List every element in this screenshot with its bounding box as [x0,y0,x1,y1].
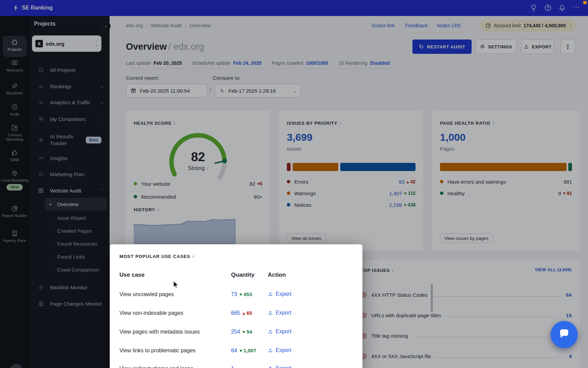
issues-unit: Issues [287,146,301,152]
submenu-item-crawl-comparison[interactable]: · Crawl Comparison [29,266,110,273]
guest-link[interactable]: Guest link [372,22,395,28]
restart-icon: ↻ [419,43,424,50]
top-issue-row[interactable]: URLs with duplicate page titles 15 [361,311,572,319]
current-report-value: Feb-20 2025 11:00:54 [140,88,190,94]
sidebar-item-marketing-plan[interactable]: Marketing Plan [29,170,110,179]
rail-item-research[interactable]: Research [0,59,29,73]
gear-icon: ⚙ [480,44,485,50]
top-issue-row[interactable]: Title tag missing [361,332,572,339]
calendar-icon [130,88,136,94]
submenu-item-found-links[interactable]: · Found Links [29,253,110,260]
health-score-card: HEALTH SCOREi 82 Strongi Your website 82… [126,110,270,251]
compare-report-value: Feb-17 2025 1:29:16 [228,88,276,94]
sidebar-item-page-changes-monitor[interactable]: Page Changes Monitor [29,299,110,308]
view-all-issues-button[interactable]: View all issues [287,233,326,243]
column-quantity: Quantity [231,272,255,278]
view-issues-by-pages-button[interactable]: View issues by pages [440,233,493,243]
export-link[interactable]: Export [268,310,291,316]
export-button[interactable]: EXPORT [521,40,554,54]
project-sidebar: Projects X edx.org ⌃⌄ All Projects Ranki… [29,16,110,368]
rail-item-local-marketing[interactable]: Local Marketing New [0,169,29,190]
legend-row-your-website: Your website 82▾6 [134,180,262,187]
app-rail: Projects Research Backlinks Audit Conten… [0,16,29,368]
legend-row-healthy: Healthy 9▾ 91 [440,189,572,197]
chevron-down-icon[interactable]: ⌄ [100,84,103,89]
sidebar-item-rankings[interactable]: Rankings ⌄ [29,82,110,91]
export-link[interactable]: Export [268,347,291,353]
breadcrumb-section[interactable]: Website Audit [151,22,182,28]
export-link[interactable]: Export [268,328,291,335]
sidebar-item-backlink-monitor[interactable]: Backlink Monitor [29,283,110,292]
submenu-item-overview[interactable]: • Overview [29,200,110,208]
upload-icon [268,329,273,334]
submenu-item-crawled-pages[interactable]: · Crawled Pages [29,227,110,234]
sidebar-item-all-projects[interactable]: All Projects [29,65,110,74]
restart-audit-button[interactable]: ↻ RESTART AUDIT [412,40,472,54]
help-icon[interactable] [544,4,552,12]
sidebar-item-website-audit[interactable]: Website Audit ⌃ [29,186,110,195]
new-badge: New [6,184,23,190]
scrollbar-thumb[interactable] [431,284,433,312]
account-limit-chip[interactable]: Account limit 174,442 / 4,500,000 i [480,20,575,31]
page-title: Overview / edx.org [126,42,204,52]
breadcrumb-project[interactable]: edx.org [126,22,143,28]
meta-pages-crawled[interactable]: Pages crawled1000/1000 [272,60,328,66]
rail-item-agency-pack[interactable]: Agency Pack [0,230,29,243]
export-link[interactable]: Export [268,291,291,297]
view-all-link[interactable]: VIEW ALL (3,699) [535,267,572,272]
sidebar-item-ai-results-tracker[interactable]: AI Results Tracker Beta ⌄ [29,132,110,148]
feedback-link[interactable]: Feedback [405,22,428,28]
info-icon: i [340,121,341,126]
breadcrumb-page: Overview [190,22,211,28]
recording-indicator [583,1,587,4]
smm-thumbs-up-icon [11,149,18,156]
se-ranking-logo-icon[interactable] [12,4,20,13]
rail-item-projects[interactable]: Projects [0,39,29,52]
upload-icon [268,348,273,353]
rail-item-backlinks[interactable]: Backlinks [0,82,29,95]
kebab-menu-button[interactable]: ⋮ [561,40,575,54]
sidebar-item-my-competitors[interactable]: My Competitors ⌄ [29,114,110,123]
top-issue-row[interactable]: 4XX HTTP Status Codes 64 [361,291,572,298]
mouse-cursor [172,281,180,290]
current-report-label: Current report: [126,75,159,81]
current-report-picker[interactable]: Feb-20 2025 11:00:54 [126,84,207,97]
report-separator: / [210,87,211,93]
sidebar-item-analytics-traffic[interactable]: Analytics & Traffic ⌄ [29,98,110,107]
top-issue-row[interactable]: 4XX or 5XX JavaScript file 4 [361,352,572,360]
ratio-total: 1,000 [440,132,466,143]
theme-icon[interactable] [529,4,538,12]
project-selector[interactable]: X edx.org ⌃⌄ [32,35,101,52]
header-divider [126,68,580,69]
settings-button[interactable]: ⚙ SETTINGS [476,40,517,54]
rail-item-audit[interactable]: Audit [0,103,29,117]
chat-launcher-button[interactable] [551,321,578,348]
info-icon: i [158,207,159,212]
sidebar-item-insights[interactable]: Insights [29,154,110,163]
notifications-bell-icon[interactable] [558,4,566,12]
meta-js-rendering[interactable]: JS RenderingDisabled [339,60,390,66]
user-avatar[interactable]: DA [10,364,23,368]
submenu-item-issue-report[interactable]: · Issue Report [29,214,110,221]
more-menu-icon[interactable]: ⋯ [573,3,581,11]
chevron-down-icon[interactable]: ⌄ [100,138,103,143]
legend-row-errors: Errors 93▴ 42 [287,178,415,185]
sidebar-collapse-button[interactable]: ‹ [101,21,111,31]
chevron-down-icon[interactable]: ⌄ [100,117,103,122]
notes-link[interactable]: Notes (39) [437,22,461,28]
compare-report-picker[interactable]: Feb-17 2025 1:29:16 ⌄ [215,84,301,97]
submenu-item-found-resources[interactable]: · Found Resources [29,240,110,247]
rail-item-content-marketing[interactable]: Content Marketing [0,124,29,142]
red-dot-icon [287,180,290,183]
content-marketing-edit-icon [11,124,18,132]
upload-icon [268,366,273,368]
sidebar-title: Projects [34,21,55,27]
issues-stacked-bar [287,163,415,171]
info-icon: i [392,268,394,273]
rail-item-smm[interactable]: SMM [0,149,29,162]
export-link[interactable]: Export [268,365,291,368]
rail-item-report-builder[interactable]: Report Builder [0,205,29,218]
chevron-up-icon[interactable]: ⌃ [100,188,103,193]
link-icon [38,285,44,290]
chevron-down-icon[interactable]: ⌄ [100,100,103,105]
